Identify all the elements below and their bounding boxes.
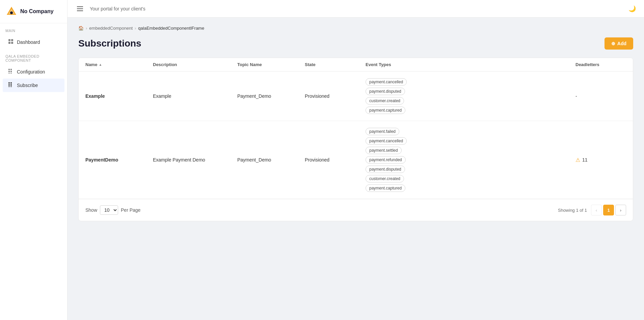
row2-event-tag-3: payment.settled [366, 147, 402, 154]
svg-rect-15 [8, 84, 10, 86]
row2-deadletters-value: 11 [582, 157, 588, 163]
page-1-button[interactable]: 1 [603, 205, 614, 215]
add-button-label: Add [617, 41, 626, 46]
topbar-actions: 🌙 [628, 5, 636, 12]
hamburger-line-2 [77, 8, 83, 9]
svg-point-2 [10, 11, 13, 14]
breadcrumb-sep-2: › [135, 26, 136, 31]
subscribe-icon [8, 82, 14, 89]
sidebar-item-configuration[interactable]: Configuration [3, 65, 64, 79]
sidebar-item-configuration-label: Configuration [17, 69, 45, 75]
configuration-icon [8, 68, 14, 75]
sidebar-main-label: Main [0, 23, 67, 35]
svg-rect-8 [10, 69, 12, 70]
th-topic-name: Topic Name [237, 62, 305, 67]
breadcrumb-current: qalaEmbeddedComponentIFrame [138, 26, 204, 31]
add-icon: ⊕ [611, 41, 615, 46]
per-page-label: Per Page [121, 207, 140, 213]
table-card: Name ▲ Description Topic Name State Even… [78, 58, 633, 221]
sidebar-logo: No Company [0, 0, 67, 23]
sidebar-item-subscribe-label: Subscribe [17, 83, 38, 88]
next-page-button[interactable]: › [615, 205, 626, 215]
prev-icon: ‹ [596, 208, 597, 213]
breadcrumb: 🏠 › embeddedComponent › qalaEmbeddedComp… [78, 26, 633, 31]
table-header: Name ▲ Description Topic Name State Even… [79, 58, 633, 71]
sort-icon: ▲ [99, 63, 102, 66]
row1-state: Provisioned [305, 93, 366, 99]
row2-state: Provisioned [305, 157, 366, 163]
th-event-types: Event Types [366, 62, 575, 67]
row1-description: Example [153, 93, 237, 99]
th-description: Description [153, 62, 237, 67]
row2-event-tag-7: payment.captured [366, 184, 405, 192]
topbar: Your portal for your client's 🌙 [68, 0, 644, 18]
pagination: Showing 1 of 1 ‹ 1 › [558, 205, 626, 215]
svg-rect-17 [8, 86, 10, 87]
prev-page-button[interactable]: ‹ [591, 205, 602, 215]
add-button[interactable]: ⊕ Add [605, 37, 633, 50]
main-content: 🏠 › embeddedComponent › qalaEmbeddedComp… [68, 18, 644, 320]
svg-rect-9 [8, 71, 10, 72]
breadcrumb-sep-1: › [86, 26, 87, 31]
showing-text: Showing 1 of 1 [558, 208, 587, 213]
svg-rect-4 [11, 39, 13, 41]
svg-rect-12 [10, 73, 12, 74]
row2-event-tag-1: payment.failed [366, 128, 399, 135]
show-per-page: Show 10 20 50 Per Page [85, 205, 140, 215]
theme-toggle-button[interactable]: 🌙 [628, 5, 636, 12]
row2-event-tag-5: payment.disputed [366, 166, 405, 173]
svg-rect-18 [10, 86, 12, 87]
svg-rect-3 [8, 39, 10, 41]
th-state: State [305, 62, 366, 67]
svg-rect-16 [10, 84, 12, 86]
row2-event-types: payment.failed payment.cancelled payment… [366, 128, 575, 192]
row1-topic-name: Payment_Demo [237, 93, 305, 99]
svg-rect-6 [11, 42, 13, 44]
row1-name: Example [85, 93, 153, 99]
logo-icon [5, 5, 18, 18]
th-name[interactable]: Name ▲ [85, 62, 153, 67]
svg-rect-13 [8, 82, 10, 84]
row1-event-tag-4: payment.captured [366, 107, 405, 114]
th-name-label: Name [85, 62, 97, 67]
table-row: PaymentDemo Example Payment Demo Payment… [79, 121, 633, 199]
warning-icon: ⚠ [575, 157, 580, 163]
page-1-label: 1 [607, 208, 610, 213]
svg-rect-5 [8, 42, 10, 44]
svg-rect-14 [10, 82, 12, 84]
row1-event-tag-3: customer.created [366, 97, 404, 105]
row2-description: Example Payment Demo [153, 157, 237, 163]
row2-name: PaymentDemo [85, 157, 153, 163]
svg-rect-10 [10, 71, 12, 72]
next-icon: › [620, 208, 621, 213]
row2-event-tag-2: payment.cancelled [366, 137, 407, 145]
show-label: Show [85, 207, 97, 213]
row1-event-tag-2: payment.disputed [366, 88, 405, 95]
page-header: Subscriptions ⊕ Add [78, 37, 633, 50]
row1-deadletters: - [575, 93, 626, 99]
sidebar-item-subscribe[interactable]: Subscribe [3, 79, 64, 92]
main-area: Your portal for your client's 🌙 🏠 › embe… [68, 0, 644, 320]
row2-deadletters: ⚠ 11 [575, 157, 626, 163]
page-title: Subscriptions [78, 38, 141, 49]
row1-event-tag-1: payment.cancelled [366, 78, 407, 86]
sidebar-item-dashboard[interactable]: Dashboard [3, 35, 64, 49]
row2-event-tag-6: customer.created [366, 175, 404, 182]
sidebar: No Company Main Dashboard Qala Embedded … [0, 0, 68, 320]
svg-rect-7 [8, 69, 10, 70]
sidebar-qala-label: Qala Embedded Component [0, 49, 67, 65]
row1-event-types: payment.cancelled payment.disputed custo… [366, 78, 575, 114]
row2-topic-name: Payment_Demo [237, 157, 305, 163]
breadcrumb-embedded-component[interactable]: embeddedComponent [89, 26, 133, 31]
th-deadletters: Deadletters [575, 62, 626, 67]
logo-text: No Company [20, 8, 54, 14]
hamburger-button[interactable] [76, 5, 84, 12]
hamburger-line-3 [77, 10, 83, 11]
row1-deadletters-value: - [575, 93, 577, 99]
table-footer: Show 10 20 50 Per Page Showing 1 of 1 ‹ … [79, 199, 633, 221]
breadcrumb-home-icon[interactable]: 🏠 [78, 26, 84, 31]
per-page-select[interactable]: 10 20 50 [100, 205, 118, 215]
topbar-subtitle: Your portal for your client's [90, 6, 145, 11]
row2-event-tag-4: payment.refunded [366, 156, 406, 164]
svg-rect-11 [8, 73, 10, 74]
